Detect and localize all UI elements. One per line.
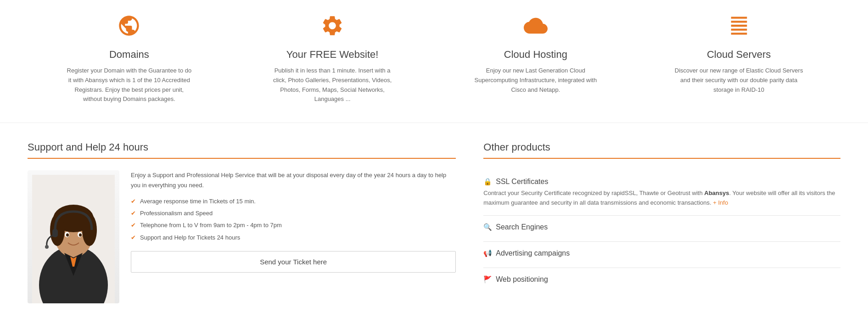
bottom-section: Support and Help 24 hours xyxy=(0,123,868,322)
top-cards-section: Domains Register your Domain with the Gu… xyxy=(0,0,868,123)
server-icon xyxy=(675,14,803,43)
other-products-column: Other products 🔒 SSL Certificates Contra… xyxy=(483,141,840,303)
ssl-brand: Abansys xyxy=(704,190,729,196)
send-ticket-button[interactable]: Send your Ticket here xyxy=(131,251,456,273)
flag-icon: 🚩 xyxy=(483,275,492,284)
ssl-title: 🔒 SSL Certificates xyxy=(483,178,840,186)
checklist-item-2: Professionalism and Speed xyxy=(131,209,456,218)
web-positioning-product-item: 🚩 Web positioning xyxy=(483,268,840,294)
support-content-row: Enjoy a Support and Professional Help Se… xyxy=(28,170,456,303)
cloud-hosting-title: Cloud Hosting xyxy=(471,49,600,61)
svg-point-10 xyxy=(79,234,82,237)
checklist-item-1: Average response time in Tickets of 15 m… xyxy=(131,197,456,206)
megaphone-icon: 📢 xyxy=(483,249,492,257)
search-icon: 🔍 xyxy=(483,223,492,231)
cloud-servers-description: Discover our new range of Elastic Cloud … xyxy=(675,66,803,95)
globe-icon xyxy=(65,14,193,43)
ssl-product-item: 🔒 SSL Certificates Contract your Securit… xyxy=(483,170,840,216)
svg-point-12 xyxy=(45,245,49,249)
gear-icon xyxy=(268,14,397,43)
lock-icon: 🔒 xyxy=(483,178,492,186)
cloud-icon xyxy=(471,14,600,43)
free-website-card: Your FREE Website! Publish it in less th… xyxy=(259,14,406,104)
support-column: Support and Help 24 hours xyxy=(28,141,456,303)
support-intro: Enjoy a Support and Professional Help Se… xyxy=(131,170,456,190)
advertising-title: 📢 Advertising campaigns xyxy=(483,249,840,257)
ssl-description: Contract your Security Certificate recog… xyxy=(483,189,840,208)
cloud-servers-title: Cloud Servers xyxy=(675,49,803,61)
domains-title: Domains xyxy=(65,49,193,61)
cloud-hosting-card: Cloud Hosting Enjoy our new Last Generat… xyxy=(462,14,609,104)
other-products-title: Other products xyxy=(483,141,840,159)
support-text-content: Enjoy a Support and Professional Help Se… xyxy=(131,170,456,273)
person-svg xyxy=(32,175,115,303)
search-engines-title: 🔍 Search Engines xyxy=(483,223,840,231)
cloud-servers-card: Cloud Servers Discover our new range of … xyxy=(666,14,812,104)
domains-description: Register your Domain with the Guarantee … xyxy=(65,66,193,104)
cloud-hosting-description: Enjoy our new Last Generation Cloud Supe… xyxy=(471,66,600,95)
checklist-item-3: Telephone from L to V from 9am to 2pm - … xyxy=(131,221,456,229)
support-person-image xyxy=(28,170,119,303)
domains-card: Domains Register your Domain with the Gu… xyxy=(56,14,202,104)
svg-rect-11 xyxy=(52,229,58,237)
ssl-info-link[interactable]: + Info xyxy=(713,199,728,206)
advertising-product-item: 📢 Advertising campaigns xyxy=(483,242,840,268)
support-section-title: Support and Help 24 hours xyxy=(28,141,456,159)
search-engines-product-item: 🔍 Search Engines xyxy=(483,216,840,242)
free-website-description: Publish it in less than 1 minute. Insert… xyxy=(268,66,397,104)
free-website-title: Your FREE Website! xyxy=(268,49,397,61)
checklist-item-4: Support and Help for Tickets 24 hours xyxy=(131,234,456,242)
web-positioning-title: 🚩 Web positioning xyxy=(483,275,840,284)
svg-point-9 xyxy=(66,234,69,237)
support-checklist: Average response time in Tickets of 15 m… xyxy=(131,197,456,242)
